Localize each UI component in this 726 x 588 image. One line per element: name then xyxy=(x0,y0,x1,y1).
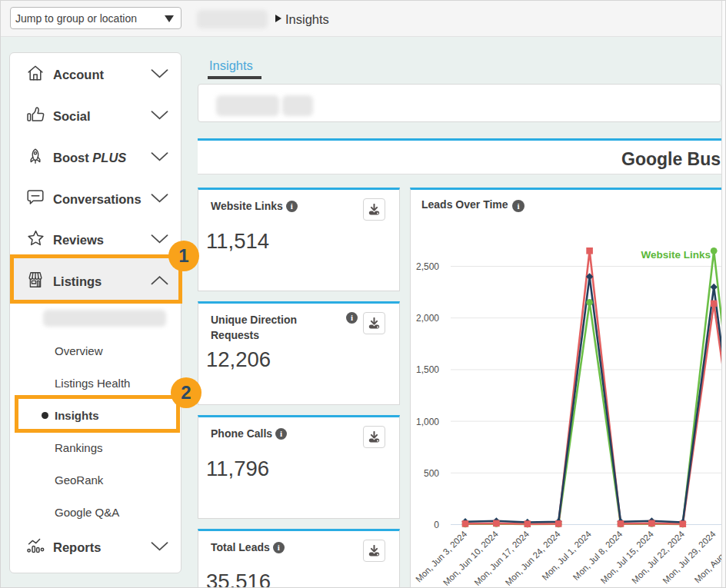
svg-text:Mon, Jun 3, 2024: Mon, Jun 3, 2024 xyxy=(414,529,469,584)
svg-text:500: 500 xyxy=(424,467,439,478)
svg-text:2,000: 2,000 xyxy=(416,313,439,324)
svg-text:Mon, Jul 22, 2024: Mon, Jul 22, 2024 xyxy=(630,529,687,586)
svg-text:Website Links: Website Links xyxy=(641,249,711,261)
svg-text:1,500: 1,500 xyxy=(416,364,439,375)
svg-text:Mon, Jun 10, 2024: Mon, Jun 10, 2024 xyxy=(441,529,500,587)
svg-text:Mon, Jun 24, 2024: Mon, Jun 24, 2024 xyxy=(504,529,562,587)
svg-text:Mon, Jun 17, 2024: Mon, Jun 17, 2024 xyxy=(472,529,531,587)
svg-text:Mon, Jul 15, 2024: Mon, Jul 15, 2024 xyxy=(599,529,656,586)
svg-text:2,500: 2,500 xyxy=(416,261,439,272)
svg-text:0: 0 xyxy=(434,520,439,530)
svg-text:1,000: 1,000 xyxy=(416,416,439,427)
svg-text:Mon, Jul 29, 2024: Mon, Jul 29, 2024 xyxy=(661,529,718,586)
